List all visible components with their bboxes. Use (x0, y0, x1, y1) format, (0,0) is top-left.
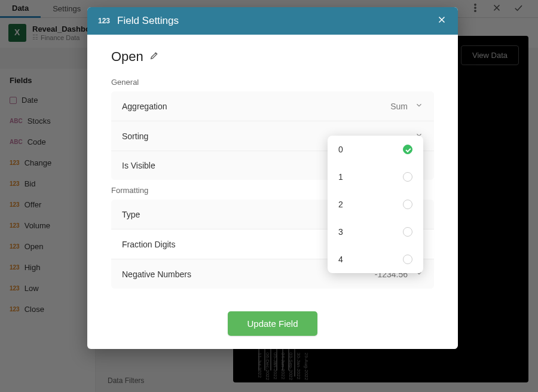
update-field-button[interactable]: Update Field (228, 311, 317, 336)
app-root: Data Settings Reveal_Dashboard Finance D… (0, 0, 538, 392)
fraction-option-0[interactable]: 0 (328, 136, 423, 163)
modal-title: Field Settings (117, 15, 429, 27)
fraction-digits-dropdown: 0 1 2 3 4 (328, 136, 423, 273)
radio-icon (403, 227, 412, 237)
aggregation-row[interactable]: Aggregation Sum (111, 91, 434, 121)
radio-icon (403, 200, 412, 209)
edit-name-icon[interactable] (149, 51, 159, 63)
close-icon[interactable] (436, 14, 447, 27)
radio-icon (403, 172, 412, 182)
field-type-badge: 123 (98, 17, 110, 25)
field-name-title: Open (111, 49, 143, 65)
fraction-option-1[interactable]: 1 (328, 163, 423, 191)
chevron-down-icon (415, 101, 423, 111)
fraction-option-2[interactable]: 2 (328, 191, 423, 218)
radio-icon (403, 255, 412, 264)
fraction-option-3[interactable]: 3 (328, 218, 423, 246)
general-section-label: General (111, 78, 434, 87)
modal-header: 123 Field Settings (87, 7, 458, 35)
fraction-option-4[interactable]: 4 (328, 246, 423, 273)
modal-footer: Update Field (87, 301, 458, 349)
radio-checked-icon (403, 145, 412, 154)
